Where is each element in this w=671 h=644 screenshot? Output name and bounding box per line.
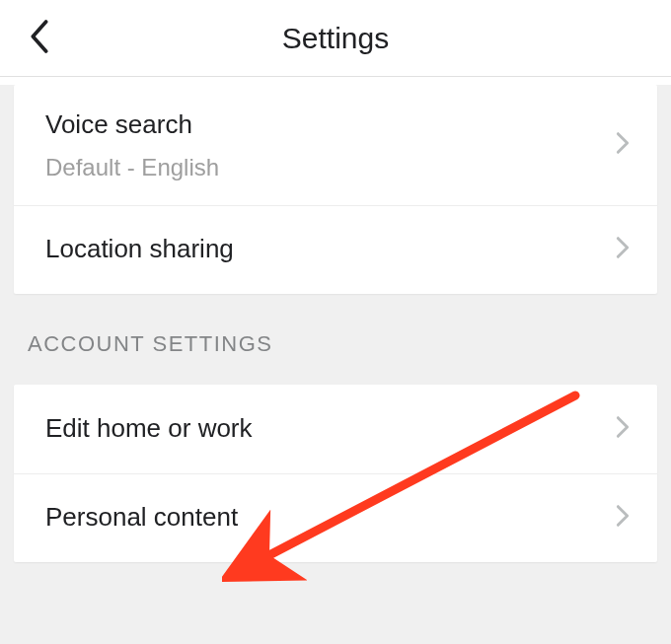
row-edit-home-work[interactable]: Edit home or work [14, 385, 657, 473]
row-title: Edit home or work [45, 412, 616, 446]
row-text: Personal content [45, 501, 616, 535]
chevron-right-icon [616, 131, 630, 159]
row-text: Location sharing [45, 233, 616, 266]
chevron-left-icon [30, 20, 49, 57]
row-title: Personal content [45, 501, 616, 535]
row-title: Location sharing [45, 233, 616, 266]
content: Voice search Default - English Location … [0, 85, 671, 644]
row-text: Voice search Default - English [45, 108, 616, 181]
row-personal-content[interactable]: Personal content [14, 473, 657, 562]
row-subtitle: Default - English [45, 154, 616, 181]
row-voice-search[interactable]: Voice search Default - English [14, 85, 657, 205]
row-location-sharing[interactable]: Location sharing [14, 205, 657, 294]
settings-group-general: Voice search Default - English Location … [14, 85, 657, 294]
settings-group-account: Edit home or work Personal content [14, 385, 657, 562]
back-button[interactable] [20, 19, 59, 58]
row-title: Voice search [45, 108, 616, 142]
header: Settings [0, 0, 671, 77]
page-title: Settings [20, 22, 651, 55]
row-text: Edit home or work [45, 412, 616, 446]
chevron-right-icon [616, 504, 630, 532]
chevron-right-icon [616, 415, 630, 443]
chevron-right-icon [616, 236, 630, 263]
section-header-account: ACCOUNT SETTINGS [0, 294, 671, 373]
